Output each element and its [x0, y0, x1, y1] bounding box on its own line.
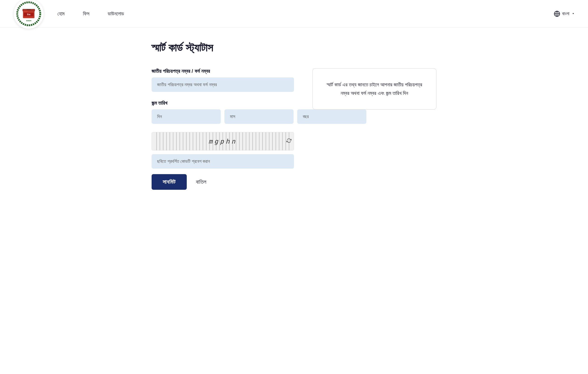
dob-label: জন্ম তারিখ: [152, 100, 294, 106]
nav-link-home[interactable]: হোম: [57, 11, 64, 17]
nav-item-home[interactable]: হোম: [57, 11, 64, 17]
nid-input[interactable]: [152, 77, 294, 92]
year-input[interactable]: [297, 109, 366, 124]
navbar-left: নি ক বাংলাদেশ হোম ফিস ডাউনলোড: [14, 0, 124, 29]
captcha-text: mgphn: [209, 138, 237, 145]
date-inputs: [152, 109, 294, 124]
nav-item-fees[interactable]: ফিস: [83, 11, 89, 17]
info-box: স্মার্ট কার্ড এর তথ্য জানতে চাইলে আপনার …: [312, 68, 436, 110]
navbar: নি ক বাংলাদেশ হোম ফিস ডাউনলোড বাংলা ▾: [0, 0, 588, 28]
chevron-down-icon: ▾: [572, 12, 574, 16]
form-layout: জাতীয় পরিচয়পত্র নম্বর / ফর্ম নম্বর জন্…: [152, 68, 436, 190]
captcha-wrapper: mgphn: [152, 132, 294, 169]
captcha-refresh-button[interactable]: [286, 138, 292, 145]
globe-icon: [554, 11, 560, 17]
nid-field-group: জাতীয় পরিচয়পত্র নম্বর / ফর্ম নম্বর: [152, 68, 294, 92]
cancel-button[interactable]: বাতিল: [196, 179, 206, 185]
info-section: স্মার্ট কার্ড এর তথ্য জানতে চাইলে আপনার …: [312, 68, 436, 110]
main-content: স্মার্ট কার্ড স্ট্যাটাস জাতীয় পরিচয়পত্…: [133, 28, 455, 203]
logo-icon: নি ক বাংলাদেশ: [16, 1, 41, 26]
svg-rect-5: [23, 11, 28, 12]
nid-label: জাতীয় পরিচয়পত্র নম্বর / ফর্ম নম্বর: [152, 68, 294, 74]
captcha-image: mgphn: [152, 132, 294, 150]
logo[interactable]: নি ক বাংলাদেশ: [14, 0, 44, 29]
captcha-input[interactable]: [152, 154, 294, 169]
submit-button[interactable]: সাবমিট: [152, 174, 187, 190]
day-input[interactable]: [152, 109, 221, 124]
page-title: স্মার্ট কার্ড স্ট্যাটাস: [152, 41, 436, 54]
language-selector[interactable]: বাংলা ▾: [554, 11, 574, 17]
nav-link-fees[interactable]: ফিস: [83, 11, 89, 17]
month-input[interactable]: [224, 109, 294, 124]
button-row: সাবমিট বাতিল: [152, 174, 294, 190]
info-box-text: স্মার্ট কার্ড এর তথ্য জানতে চাইলে আপনার …: [322, 80, 427, 98]
nav-links: হোম ফিস ডাউনলোড: [57, 11, 124, 17]
dob-field-group: জন্ম তারিখ: [152, 100, 294, 124]
nav-link-download[interactable]: ডাউনলোড: [108, 11, 124, 17]
nav-item-download[interactable]: ডাউনলোড: [108, 11, 124, 17]
svg-text:বাংলাদেশ: বাংলাদেশ: [26, 20, 32, 22]
language-label: বাংলা: [562, 11, 569, 16]
svg-rect-4: [27, 9, 31, 10]
svg-text:নি ক: নি ক: [27, 13, 31, 16]
refresh-icon: [286, 138, 292, 143]
form-section: জাতীয় পরিচয়পত্র নম্বর / ফর্ম নম্বর জন্…: [152, 68, 294, 190]
